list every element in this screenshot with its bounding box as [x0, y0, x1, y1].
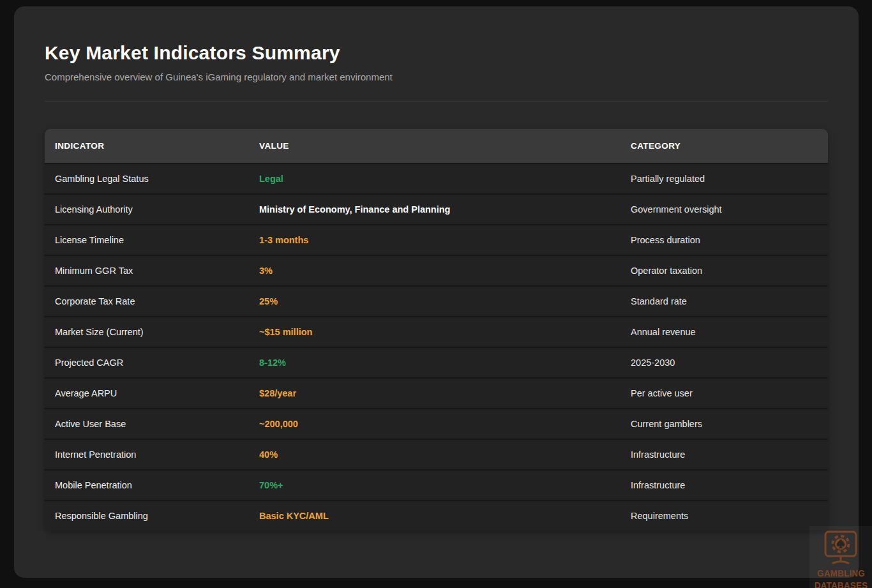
indicator-cell: Mobile Penetration: [45, 471, 249, 500]
value-cell: Legal: [249, 164, 620, 193]
table-row: Corporate Tax Rate 25% Standard rate: [45, 285, 828, 316]
indicator-cell: Projected CAGR: [45, 348, 249, 377]
value-cell: 40%: [249, 440, 620, 469]
indicator-cell: Gambling Legal Status: [45, 164, 249, 193]
indicator-cell: Responsible Gambling: [45, 501, 249, 531]
watermark-line2: DATABASES: [814, 579, 868, 588]
category-cell: Partially regulated: [620, 164, 828, 193]
indicator-cell: License Timeline: [45, 225, 249, 255]
indicators-table: INDICATOR VALUE CATEGORY Gambling Legal …: [45, 129, 828, 531]
table-row: Licensing Authority Ministry of Economy,…: [45, 193, 828, 224]
page-subtitle: Comprehensive overview of Guinea's iGami…: [45, 72, 828, 83]
table-row: Minimum GGR Tax 3% Operator taxation: [45, 255, 828, 285]
table-row: Market Size (Current) ~$15 million Annua…: [45, 316, 828, 347]
table-row: Active User Base ~200,000 Current gamble…: [45, 408, 828, 439]
table-row: Mobile Penetration 70%+ Infrastructure: [45, 469, 828, 500]
monitor-casino-chip-icon: [820, 531, 862, 566]
value-cell: ~$15 million: [249, 317, 620, 347]
category-cell: Per active user: [620, 379, 828, 408]
category-cell: 2025-2030: [620, 348, 828, 377]
page-title: Key Market Indicators Summary: [45, 42, 828, 63]
category-cell: Infrastructure: [620, 440, 828, 469]
value-cell: 25%: [249, 287, 620, 316]
category-cell: Infrastructure: [620, 471, 828, 500]
table-row: Average ARPU $28/year Per active user: [45, 377, 828, 408]
header-divider: [45, 101, 828, 102]
category-cell: Standard rate: [620, 287, 828, 316]
column-header-indicator: INDICATOR: [45, 129, 249, 163]
indicator-cell: Licensing Authority: [45, 195, 249, 224]
value-cell: 8-12%: [249, 348, 620, 377]
value-cell: Ministry of Economy, Finance and Plannin…: [249, 195, 620, 224]
table-row: Responsible Gambling Basic KYC/AML Requi…: [45, 500, 828, 531]
value-cell: 70%+: [249, 471, 620, 500]
table-header-row: INDICATOR VALUE CATEGORY: [45, 129, 828, 163]
column-header-value: VALUE: [249, 129, 620, 163]
category-cell: Annual revenue: [620, 317, 828, 347]
indicator-cell: Minimum GGR Tax: [45, 256, 249, 285]
indicator-cell: Market Size (Current): [45, 317, 249, 347]
indicator-cell: Active User Base: [45, 409, 249, 439]
watermark-text: GAMBLING DATABASES: [814, 567, 868, 588]
column-header-category: CATEGORY: [620, 129, 828, 163]
value-cell: 1-3 months: [249, 225, 620, 255]
category-cell: Operator taxation: [620, 256, 828, 285]
value-cell: ~200,000: [249, 409, 620, 439]
category-cell: Current gamblers: [620, 409, 828, 439]
watermark-line1: GAMBLING: [814, 567, 868, 579]
category-cell: Government oversight: [620, 195, 828, 224]
indicator-cell: Corporate Tax Rate: [45, 287, 249, 316]
table-row: Gambling Legal Status Legal Partially re…: [45, 163, 828, 193]
indicator-cell: Internet Penetration: [45, 440, 249, 469]
value-cell: Basic KYC/AML: [249, 501, 620, 531]
summary-card: Key Market Indicators Summary Comprehens…: [14, 6, 859, 578]
category-cell: Process duration: [620, 225, 828, 255]
table-row: License Timeline 1-3 months Process dura…: [45, 224, 828, 255]
value-cell: $28/year: [249, 379, 620, 408]
table-row: Projected CAGR 8-12% 2025-2030: [45, 347, 828, 377]
category-cell: Requirements: [620, 501, 828, 531]
indicator-cell: Average ARPU: [45, 379, 249, 408]
value-cell: 3%: [249, 256, 620, 285]
gambling-databases-watermark: GAMBLING DATABASES: [809, 526, 872, 588]
table-row: Internet Penetration 40% Infrastructure: [45, 439, 828, 469]
